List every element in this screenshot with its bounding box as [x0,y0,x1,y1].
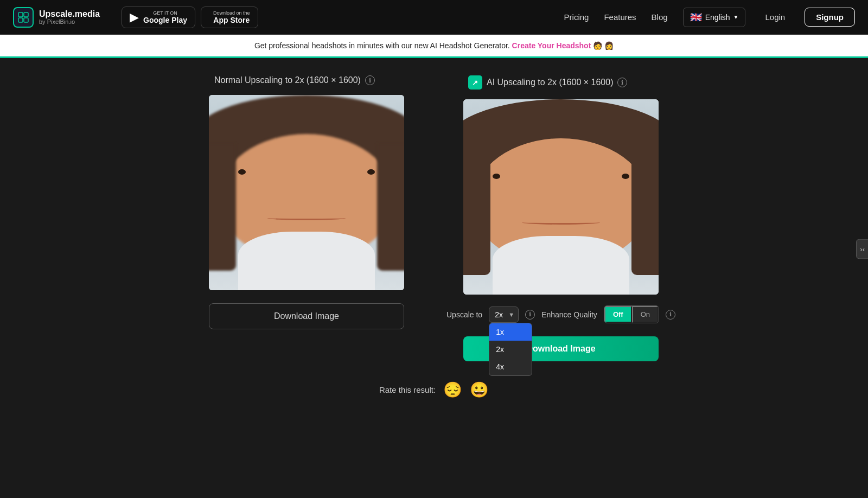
upscale-info-icon[interactable]: ℹ [525,310,535,320]
portrait-eyes-left [238,169,375,175]
logo-sub: by PixelBin.io [39,18,100,25]
portrait-eye-right-l [493,174,500,179]
features-link[interactable]: Features [604,12,636,22]
upscale-select[interactable]: 1x 2x 4x [489,307,519,323]
sidebar-collapse-button[interactable]: ›‹ [856,239,868,259]
app-store-button[interactable]: Download on the App Store [201,7,258,28]
normal-upscaling-panel: Normal Upscaling to 2x (1600 × 1600) ℹ [193,75,420,361]
chevron-down-icon: ▼ [733,14,739,20]
signup-button[interactable]: Signup [805,8,855,27]
svg-rect-3 [24,18,28,22]
dropdown-item-4x[interactable]: 4x [489,358,532,375]
portrait-eye-left-r [367,169,375,175]
logo[interactable]: Upscale.media by PixelBin.io [13,7,100,28]
left-panel-header: Normal Upscaling to 2x (1600 × 1600) ℹ [214,75,375,85]
left-panel-info-icon[interactable]: ℹ [365,75,375,85]
app-store-text: Download on the App Store [213,10,250,24]
pricing-link[interactable]: Pricing [564,12,589,22]
portrait-eye-right-r [622,174,629,179]
upscale-to-label: Upscale to [446,310,482,319]
rate-label: Rate this result: [379,385,436,394]
enhance-info-icon[interactable]: ℹ [666,310,675,320]
dropdown-item-2x[interactable]: 2x [489,341,532,358]
store-buttons: ▶ GET IT ON Google Play Download on the … [122,7,258,28]
right-panel-info-icon[interactable]: ℹ [617,78,627,87]
logo-text: Upscale.media by PixelBin.io [39,9,100,25]
google-play-icon: ▶ [130,10,139,24]
login-button[interactable]: Login [761,12,789,22]
svg-rect-2 [18,18,23,22]
svg-rect-1 [24,12,28,17]
announcement-bar: Get professional headshots in minutes wi… [0,35,868,58]
ai-upscale-image [463,99,659,295]
google-play-text: GET IT ON Google Play [143,10,187,24]
normal-portrait [209,95,404,290]
left-panel-title: Normal Upscaling to 2x (1600 × 1600) [214,75,361,85]
controls-row: Upscale to 1x 2x 4x ▼ 1x 2x 4x [446,305,675,323]
flag-icon: 🇬🇧 [690,11,702,23]
portrait-hair-side-l-right [463,148,490,275]
language-selector[interactable]: 🇬🇧 English ▼ [683,8,746,27]
toggle-off-button[interactable]: Off [604,306,632,323]
comparison-row: Normal Upscaling to 2x (1600 × 1600) ℹ [108,75,760,361]
portrait-hair-side-r-right [631,148,659,275]
ai-upscale-icon: ↗ [468,75,482,90]
happy-emoji[interactable]: 😀 [470,381,489,399]
ai-upscaling-panel: ↗ AI Upscaling to 2x (1600 × 1600) ℹ [446,75,675,361]
normal-upscale-image [209,95,404,290]
enhance-quality-toggle: Off On [604,305,659,323]
collapse-icon: ›‹ [860,245,865,253]
upscale-dropdown: 1x 2x 4x [489,323,532,376]
portrait-body-left [238,232,375,290]
announcement-text: Get professional headshots in minutes wi… [254,41,510,50]
announcement-emoji1: 🧑 [593,41,602,50]
blog-link[interactable]: Blog [652,12,668,22]
sad-emoji[interactable]: 😔 [443,381,462,399]
svg-rect-0 [18,12,23,17]
headshot-cta-link[interactable]: Create Your Headshot [512,41,591,50]
language-label: English [705,13,730,22]
portrait-eyes-right [493,174,629,179]
nav-links: Pricing Features Blog 🇬🇧 English ▼ Login… [564,8,855,27]
portrait-hair-side-l-left [209,144,236,271]
google-play-button[interactable]: ▶ GET IT ON Google Play [122,7,195,28]
portrait-body-right [493,236,629,295]
announcement-emoji2: 👩 [604,41,614,50]
logo-main: Upscale.media [39,9,100,19]
left-download-button[interactable]: Download Image [209,303,404,329]
portrait-hair-side-r-left [377,144,404,271]
dropdown-item-1x[interactable]: 1x [489,323,532,341]
portrait-eye-left-l [238,169,246,175]
enhance-quality-label: Enhance Quality [541,310,597,319]
navbar: Upscale.media by PixelBin.io ▶ GET IT ON… [0,0,868,35]
logo-icon [13,7,34,28]
ai-portrait [463,99,659,295]
main-content: Normal Upscaling to 2x (1600 × 1600) ℹ [0,58,868,416]
right-panel-header: ↗ AI Upscaling to 2x (1600 × 1600) ℹ [468,75,627,90]
right-panel-title: AI Upscaling to 2x (1600 × 1600) [487,78,613,87]
toggle-on-button[interactable]: On [632,306,659,323]
rate-section: Rate this result: 😔 😀 [379,381,489,399]
upscale-select-wrapper: 1x 2x 4x ▼ 1x 2x 4x [489,307,519,323]
